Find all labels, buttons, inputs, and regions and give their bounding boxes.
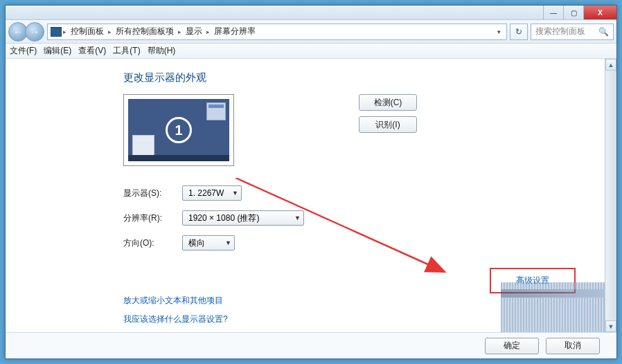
orientation-label: 方向(O): — [123, 237, 182, 249]
search-icon: 🔍 — [598, 27, 609, 37]
content-area: 更改显示器的外观 1 检测(C) 识别(I) 显示器(S) — [6, 59, 605, 332]
menu-help[interactable]: 帮助(H) — [148, 45, 176, 57]
address-dropdown-icon[interactable]: ▾ — [495, 28, 504, 35]
monitor-number: 1 — [166, 117, 192, 143]
decorative-image — [501, 282, 605, 332]
display-label: 显示器(S): — [123, 188, 182, 199]
chevron-down-icon: ▼ — [225, 239, 231, 246]
chevron-right-icon: ▸ — [178, 28, 181, 35]
identify-button[interactable]: 识别(I) — [359, 116, 417, 133]
address-bar[interactable]: ▸ 控制面板 ▸ 所有控制面板项 ▸ 显示 ▸ 屏幕分辨率 ▾ — [47, 24, 507, 40]
breadcrumb[interactable]: 控制面板 — [68, 26, 107, 37]
orientation-value: 横向 — [188, 237, 205, 249]
navigation-row: ← → ▸ 控制面板 ▸ 所有控制面板项 ▸ 显示 ▸ 屏幕分辨率 ▾ ↻ 搜索… — [6, 20, 616, 44]
scroll-down-button[interactable]: ▼ — [605, 320, 616, 332]
chevron-right-icon: ▸ — [63, 28, 66, 35]
scroll-track[interactable] — [605, 71, 616, 320]
resolution-dropdown[interactable]: 1920 × 1080 (推荐) ▼ — [182, 210, 304, 226]
breadcrumb[interactable]: 所有控制面板项 — [113, 26, 177, 37]
chevron-right-icon: ▸ — [206, 28, 210, 35]
close-button[interactable]: X — [583, 6, 616, 19]
resolution-value: 1920 × 1080 (推荐) — [188, 212, 259, 224]
scroll-up-button[interactable]: ▲ — [605, 59, 616, 71]
breadcrumb[interactable]: 屏幕分辨率 — [211, 26, 258, 37]
maximize-button[interactable]: ▢ — [563, 6, 583, 19]
chevron-down-icon: ▼ — [294, 215, 301, 221]
bottom-bar: 确定 取消 — [6, 332, 616, 358]
menu-bar: 文件(F) 编辑(E) 查看(V) 工具(T) 帮助(H) — [6, 44, 616, 59]
refresh-button[interactable]: ↻ — [510, 24, 528, 40]
page-title: 更改显示器的外观 — [123, 71, 605, 84]
window: — ▢ X ← → ▸ 控制面板 ▸ 所有控制面板项 ▸ 显示 ▸ 屏幕分辨率 … — [5, 5, 617, 359]
chevron-down-icon: ▼ — [232, 190, 238, 197]
mini-start-icon — [132, 135, 154, 157]
display-dropdown[interactable]: 1. 2267W ▼ — [182, 185, 242, 201]
monitor-preview[interactable]: 1 — [123, 94, 234, 166]
forward-button[interactable]: → — [25, 22, 44, 42]
menu-view[interactable]: 查看(V) — [78, 45, 106, 57]
search-input[interactable]: 搜索控制面板 🔍 — [531, 24, 614, 40]
cancel-button[interactable]: 取消 — [546, 338, 600, 354]
titlebar: — ▢ X — [6, 6, 616, 20]
chevron-right-icon: ▸ — [108, 28, 112, 35]
menu-tools[interactable]: 工具(T) — [113, 45, 140, 57]
mini-window-icon — [206, 102, 226, 120]
menu-edit[interactable]: 编辑(E) — [44, 45, 71, 57]
resolution-label: 分辨率(R): — [123, 212, 182, 224]
breadcrumb[interactable]: 显示 — [183, 26, 205, 37]
detect-button[interactable]: 检测(C) — [359, 94, 417, 111]
mini-taskbar-icon — [128, 155, 229, 161]
content-wrap: 更改显示器的外观 1 检测(C) 识别(I) 显示器(S) — [6, 59, 616, 332]
display-value: 1. 2267W — [188, 188, 224, 198]
control-panel-icon — [51, 27, 62, 37]
menu-file[interactable]: 文件(F) — [10, 45, 37, 57]
ok-button[interactable]: 确定 — [485, 338, 539, 354]
minimize-button[interactable]: — — [543, 6, 563, 19]
search-placeholder: 搜索控制面板 — [535, 26, 585, 37]
vertical-scrollbar[interactable]: ▲ ▼ — [605, 59, 616, 332]
orientation-dropdown[interactable]: 横向 ▼ — [182, 235, 235, 251]
